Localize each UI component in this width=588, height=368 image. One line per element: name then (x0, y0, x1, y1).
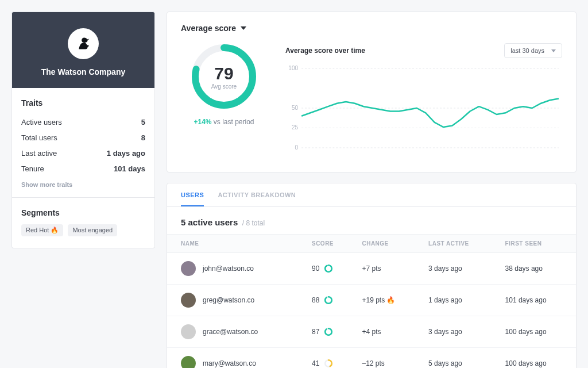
avatar (181, 261, 196, 276)
users-summary: 5 active users / 8 total (167, 207, 576, 234)
col-name[interactable]: NAME (167, 235, 305, 253)
score-ring-icon (324, 264, 333, 273)
segments-card: Segments Red Hot 🔥Most engaged (11, 198, 155, 248)
svg-text:0: 0 (295, 144, 299, 151)
range-select[interactable]: last 30 days (504, 43, 562, 58)
trait-row: Tenure101 days (21, 161, 145, 177)
score-value-label: Avg score (211, 83, 237, 90)
user-score: 41 (312, 359, 319, 367)
users-card: USERS ACTIVITY BREAKDOWN 5 active users … (167, 183, 577, 368)
avatar (181, 356, 196, 368)
col-first-seen[interactable]: FIRST SEEN (498, 235, 576, 253)
svg-point-14 (326, 297, 332, 304)
trait-row: Active users5 (21, 114, 145, 130)
col-last-active[interactable]: LAST ACTIVE (421, 235, 498, 253)
chart-title: Average score over time (285, 47, 365, 55)
user-score: 87 (312, 328, 319, 336)
chevron-down-icon (551, 49, 556, 52)
user-change: –12 pts (355, 348, 421, 369)
user-last-active: 1 days ago (421, 285, 498, 316)
table-row[interactable]: mary@watson.co41–12 pts5 days ago100 day… (167, 348, 576, 369)
score-dropdown[interactable]: Average score (181, 24, 562, 33)
traits-card: Traits Active users5Total users8Last act… (11, 88, 155, 198)
table-row[interactable]: john@watson.co90+7 pts3 days ago38 days … (167, 253, 576, 285)
user-first-seen: 38 days ago (498, 253, 576, 285)
score-donut: 79 Avg score (191, 43, 257, 110)
user-first-seen: 101 days ago (498, 285, 576, 316)
trait-row: Total users8 (21, 130, 145, 145)
score-header-label: Average score (181, 24, 236, 33)
col-score[interactable]: SCORE (305, 235, 355, 253)
trait-row: Last active1 days ago (21, 145, 145, 161)
traits-title: Traits (21, 98, 145, 108)
svg-text:25: 25 (292, 125, 299, 131)
user-change: +7 pts (355, 253, 421, 285)
table-row[interactable]: greg@watson.co88+19 pts 🔥1 days ago101 d… (167, 285, 576, 316)
user-first-seen: 100 days ago (498, 316, 576, 348)
tab-activity-breakdown[interactable]: ACTIVITY BREAKDOWN (218, 191, 296, 206)
user-email: mary@watson.co (203, 359, 256, 367)
company-header: The Watson Company (11, 12, 155, 88)
user-email: grace@watson.co (203, 328, 258, 336)
user-last-active: 5 days ago (421, 348, 498, 369)
avatar (181, 293, 196, 308)
user-score: 90 (312, 264, 319, 273)
svg-text:50: 50 (292, 105, 299, 111)
company-avatar (68, 28, 99, 59)
svg-text:100: 100 (288, 65, 298, 71)
chevron-down-icon (241, 26, 246, 30)
user-last-active: 3 days ago (421, 316, 498, 348)
user-email: john@watson.co (203, 264, 254, 273)
user-email: greg@watson.co (203, 296, 254, 304)
user-change: +19 pts 🔥 (355, 285, 421, 316)
user-score: 88 (312, 296, 319, 304)
segment-tag[interactable]: Red Hot 🔥 (21, 224, 63, 236)
company-name: The Watson Company (21, 67, 145, 76)
score-card: Average score 79 Avg score (167, 12, 577, 172)
score-ring-icon (324, 327, 333, 336)
svg-point-16 (326, 328, 332, 335)
svg-point-12 (326, 265, 332, 272)
score-ring-icon (324, 296, 333, 305)
show-more-traits[interactable]: Show more traits (21, 181, 145, 188)
line-chart: 02550100 (285, 64, 562, 156)
table-row[interactable]: grace@watson.co87+4 pts3 days ago100 day… (167, 316, 576, 348)
score-ring-icon (324, 359, 333, 368)
tab-users[interactable]: USERS (181, 191, 204, 206)
user-last-active: 3 days ago (421, 253, 498, 285)
avatar (181, 324, 196, 339)
user-first-seen: 100 days ago (498, 348, 576, 369)
user-change: +4 pts (355, 316, 421, 348)
segment-tag[interactable]: Most engaged (68, 224, 117, 236)
segments-title: Segments (21, 208, 145, 217)
score-delta: +14% vs last period (194, 118, 254, 126)
score-value: 79 (214, 64, 233, 83)
col-change[interactable]: CHANGE (355, 235, 421, 253)
users-table: NAME SCORE CHANGE LAST ACTIVE FIRST SEEN… (167, 234, 576, 368)
